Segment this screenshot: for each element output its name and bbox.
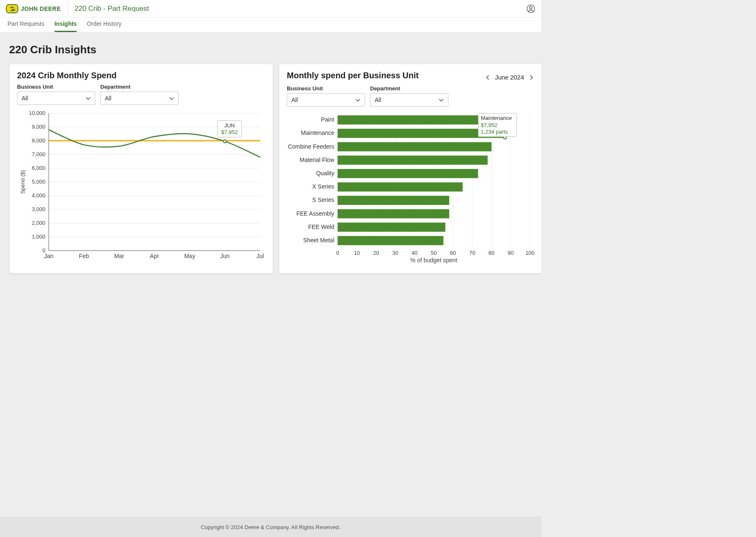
chevron-down-icon [355, 97, 361, 103]
app-title: 220 Crib - Part Request [75, 5, 149, 13]
svg-text:6,000: 6,000 [32, 165, 45, 171]
svg-text:Material Flow: Material Flow [300, 157, 335, 163]
header-divider [67, 3, 68, 14]
svg-text:40: 40 [412, 250, 418, 256]
svg-text:JUN: JUN [224, 122, 235, 129]
svg-text:Spend ($): Spend ($) [20, 170, 26, 194]
spend-bu-filter-value: All [22, 95, 28, 102]
spend-dept-filter-select[interactable]: All [100, 92, 179, 105]
spend-filters: Business Unit All Department All [17, 84, 265, 105]
spend-dept-filter-value: All [105, 95, 112, 102]
svg-text:Paint: Paint [321, 116, 334, 123]
month-selector-label: June 2024 [495, 74, 524, 81]
chevron-down-icon [438, 97, 445, 103]
svg-rect-67 [338, 142, 492, 152]
bu-dept-filter-select[interactable]: All [370, 93, 448, 107]
svg-point-35 [224, 140, 226, 143]
top-bar: JOHN DEERE 220 Crib - Part Request [0, 0, 541, 17]
svg-text:10: 10 [354, 250, 360, 256]
svg-text:4,000: 4,000 [32, 192, 45, 199]
chevron-right-icon[interactable] [527, 74, 535, 81]
spend-bu-filter: Business Unit All [17, 84, 95, 105]
bu-dept-filter-label: Department [370, 85, 448, 92]
svg-rect-71 [338, 169, 478, 178]
svg-text:$7,952: $7,952 [221, 129, 238, 135]
chevron-left-icon[interactable] [484, 74, 492, 81]
tab-bar: Part Requests Insights Order History [0, 17, 541, 32]
spend-bu-filter-label: Business Unit [17, 84, 95, 90]
bu-filters: Business Unit All Department All [287, 85, 535, 107]
svg-text:70: 70 [469, 250, 475, 256]
card-monthly-spend: 2024 Crib Monthly Spend Business Unit Al… [9, 64, 273, 273]
svg-text:Combine Feeders: Combine Feeders [288, 143, 334, 150]
svg-text:3,000: 3,000 [32, 206, 45, 212]
card-bu-spend: Monthly spend per Business Unit June 202… [279, 64, 541, 273]
svg-text:Maintenance: Maintenance [301, 129, 334, 136]
svg-text:90: 90 [508, 250, 514, 256]
month-selector: June 2024 [484, 74, 535, 81]
svg-text:Jun: Jun [220, 253, 230, 259]
spend-dept-filter-label: Department [100, 84, 179, 90]
spend-dept-filter: Department All [100, 84, 179, 105]
svg-text:Quality: Quality [316, 170, 334, 177]
svg-text:S Series: S Series [312, 196, 334, 203]
tab-part-requests[interactable]: Part Requests [7, 17, 45, 32]
svg-text:80: 80 [488, 250, 494, 256]
svg-rect-81 [338, 236, 443, 245]
svg-text:May: May [184, 253, 195, 259]
svg-text:1,234 parts: 1,234 parts [481, 129, 508, 135]
bu-chart-svg: 0102030405060708090100% of budget spentP… [287, 111, 535, 265]
svg-point-1 [530, 6, 532, 9]
svg-text:9,000: 9,000 [32, 124, 45, 130]
svg-rect-69 [338, 156, 487, 165]
svg-rect-77 [338, 209, 449, 219]
spend-chart: 01,0002,0003,0004,0005,0006,0007,0008,00… [17, 109, 265, 263]
svg-text:8,000: 8,000 [32, 137, 45, 144]
cards-row: 2024 Crib Monthly Spend Business Unit Al… [9, 64, 532, 273]
svg-text:100: 100 [525, 250, 535, 256]
svg-text:5,000: 5,000 [32, 179, 45, 185]
chevron-down-icon [168, 95, 175, 102]
deer-icon [6, 4, 18, 13]
bu-bu-filter: Business Unit All [287, 85, 365, 107]
bu-bu-filter-select[interactable]: All [287, 93, 365, 107]
card-monthly-spend-title: 2024 Crib Monthly Spend [17, 71, 265, 80]
svg-text:Feb: Feb [79, 253, 89, 259]
brand-text: JOHN DEERE [21, 5, 61, 12]
svg-text:Jan: Jan [44, 253, 54, 259]
page: 220 Crib Insights 2024 Crib Monthly Spen… [0, 32, 541, 517]
svg-text:1,000: 1,000 [32, 234, 45, 240]
svg-text:Mar: Mar [114, 253, 124, 259]
footer-copyright: Copyright © 2024 Deere & Company. All Ri… [201, 524, 340, 530]
svg-text:FEE Weld: FEE Weld [308, 224, 334, 230]
brand-logo: JOHN DEERE [6, 4, 61, 13]
bu-bu-filter-value: All [291, 97, 298, 103]
svg-text:X Series: X Series [312, 183, 334, 190]
tab-insights[interactable]: Insights [55, 17, 77, 32]
svg-text:2,000: 2,000 [32, 220, 45, 226]
svg-text:$7,952: $7,952 [481, 122, 497, 128]
svg-rect-73 [338, 182, 463, 191]
chevron-down-icon [85, 95, 92, 102]
spend-chart-svg: 01,0002,0003,0004,0005,0006,0007,0008,00… [17, 109, 265, 263]
tab-order-history[interactable]: Order History [87, 17, 121, 32]
svg-text:FEE Assembly: FEE Assembly [296, 210, 334, 217]
spend-bu-filter-select[interactable]: All [17, 92, 95, 105]
bu-bu-filter-label: Business Unit [287, 85, 365, 92]
svg-rect-79 [338, 223, 445, 232]
bu-chart: 0102030405060708090100% of budget spentP… [287, 111, 535, 265]
user-account-icon[interactable] [526, 4, 535, 13]
svg-text:10,000: 10,000 [29, 110, 45, 116]
svg-text:% of budget spent: % of budget spent [410, 257, 458, 264]
svg-rect-75 [338, 196, 449, 205]
svg-text:30: 30 [392, 250, 398, 256]
bu-dept-filter-value: All [375, 97, 381, 103]
svg-text:60: 60 [450, 250, 456, 256]
svg-text:0: 0 [336, 250, 339, 256]
svg-text:Sheet Metal: Sheet Metal [303, 237, 334, 244]
footer: Copyright © 2024 Deere & Company. All Ri… [0, 517, 541, 537]
card-bu-spend-title: Monthly spend per Business Unit [287, 71, 419, 80]
svg-text:Apr: Apr [150, 253, 159, 259]
svg-text:7,000: 7,000 [32, 151, 45, 157]
bu-dept-filter: Department All [370, 85, 448, 107]
